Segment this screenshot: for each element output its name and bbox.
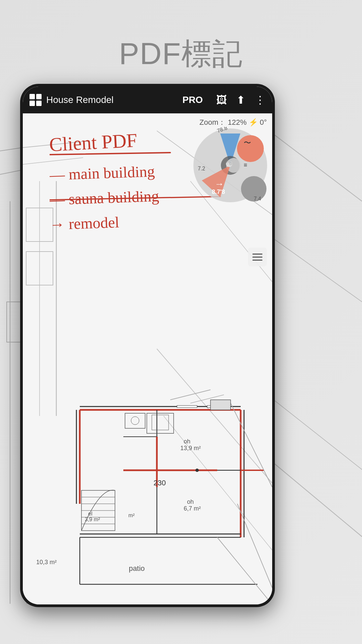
zoom-bar: Zoom： 122% ⚡ 0°	[199, 117, 267, 127]
svg-text:3,9 m²: 3,9 m²	[85, 517, 100, 522]
svg-text:oh: oh	[184, 438, 190, 445]
svg-text:oh: oh	[187, 498, 194, 505]
floor-plan: 230 oh 13,9 m² el 3,9 m² m² oh 6,7 m² pa…	[23, 370, 272, 604]
svg-line-76	[237, 504, 272, 588]
app-bar-icons: 🖼 ⬆ ⋮	[216, 94, 265, 106]
svg-point-61	[131, 417, 139, 425]
svg-text:m²: m²	[128, 513, 135, 518]
svg-text:10,3 m²: 10,3 m²	[36, 559, 57, 566]
svg-text:〜: 〜	[244, 139, 251, 147]
svg-text:Client PDF: Client PDF	[50, 132, 138, 156]
more-icon[interactable]: ⋮	[255, 94, 265, 106]
zoom-value: 122%	[228, 118, 246, 126]
menu-button[interactable]	[248, 248, 267, 266]
svg-line-6	[268, 235, 362, 302]
menu-line-3	[252, 260, 262, 261]
svg-text:— main building: — main building	[50, 163, 155, 183]
menu-line-1	[252, 254, 262, 255]
app-title: House Remodel	[46, 95, 182, 105]
app-bar: House Remodel PRO 🖼 ⬆ ⋮	[23, 87, 272, 113]
page-background-title: PDF標記	[0, 34, 362, 74]
zoom-label: Zoom：	[199, 118, 226, 126]
svg-text:13,9 m²: 13,9 m²	[180, 445, 201, 451]
svg-rect-58	[147, 413, 174, 433]
svg-text:6,7 m²: 6,7 m²	[184, 505, 201, 512]
svg-text:230: 230	[154, 479, 166, 487]
zoom-icon: ⚡	[249, 118, 260, 126]
svg-rect-83	[210, 400, 231, 410]
phone-screen: House Remodel PRO 🖼 ⬆ ⋮	[23, 87, 272, 604]
pro-badge: PRO	[182, 95, 203, 105]
svg-text:7.4: 7.4	[254, 196, 261, 202]
svg-text:≡: ≡	[244, 162, 247, 168]
svg-text:→: →	[215, 179, 224, 189]
svg-line-77	[217, 537, 272, 604]
svg-text:7.2: 7.2	[198, 166, 205, 171]
svg-rect-81	[177, 406, 197, 408]
svg-point-80	[195, 469, 199, 472]
zoom-rotation: 0°	[260, 118, 267, 126]
grid-icon	[29, 94, 42, 106]
svg-rect-60	[125, 413, 145, 428]
radial-menu[interactable]: 78.8 7.2 7.4 8.7'8 〜 ☯ ≡ →	[192, 127, 269, 204]
svg-rect-59	[152, 415, 169, 430]
svg-line-78	[170, 390, 210, 400]
phone-frame: House Remodel PRO 🖼 ⬆ ⋮	[20, 84, 275, 607]
image-icon[interactable]: 🖼	[216, 94, 227, 106]
content-area: Zoom： 122% ⚡ 0°	[23, 113, 272, 604]
menu-line-2	[252, 257, 262, 258]
svg-text:el: el	[88, 511, 92, 517]
svg-text:8.7'8: 8.7'8	[212, 189, 225, 195]
svg-text:patio: patio	[129, 564, 145, 573]
svg-text:→ remodel: → remodel	[50, 214, 119, 233]
svg-line-75	[231, 403, 272, 487]
upload-icon[interactable]: ⬆	[236, 94, 245, 106]
svg-text:☯: ☯	[225, 159, 233, 169]
